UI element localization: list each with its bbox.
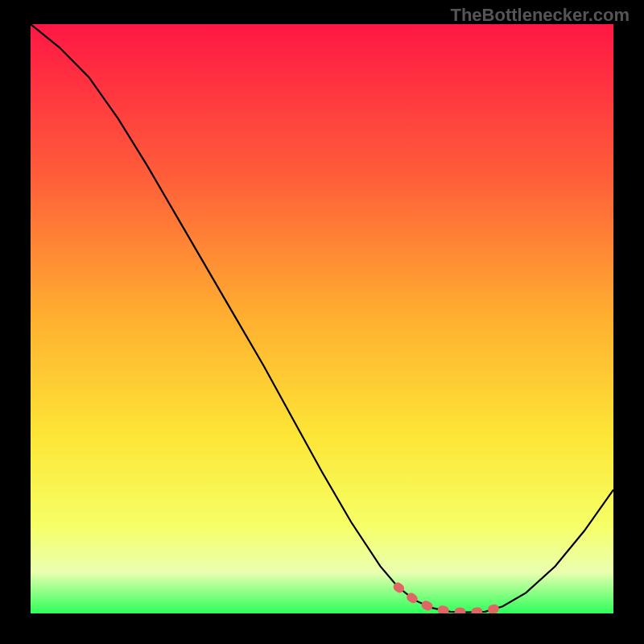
watermark-text: TheBottlenecker.com	[450, 5, 630, 26]
gradient-background	[31, 24, 613, 613]
chart-svg	[31, 24, 613, 613]
plot-area	[31, 24, 613, 613]
chart-container: TheBottlenecker.com	[0, 0, 644, 644]
